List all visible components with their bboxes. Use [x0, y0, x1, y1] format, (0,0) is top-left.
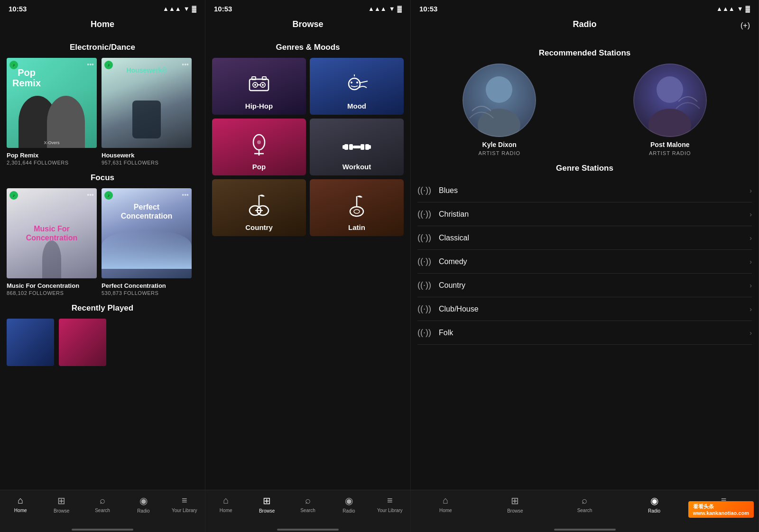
- browse-nav-radio[interactable]: ◉ Radio: [328, 495, 369, 514]
- browse-nav-home[interactable]: ⌂ Home: [205, 495, 246, 513]
- spotify-dot-pc: [104, 191, 113, 200]
- station-comedy-name: Comedy: [439, 257, 750, 266]
- kyle-dixon-name: Kyle Dixon: [482, 141, 517, 148]
- radio-nav-browse[interactable]: ⊞ Browse: [481, 495, 550, 514]
- genre-mood[interactable]: Mood: [310, 58, 404, 115]
- recommended-grid: Kyle Dixon ARTIST RADIO Po: [411, 64, 759, 156]
- genre-stations-list: ((·)) Blues › ((·)) Christian › ((·)) Cl…: [411, 179, 759, 345]
- focus-heading: Focus: [0, 165, 205, 188]
- kyle-dixon-avatar: [463, 64, 536, 137]
- radio-wave-classical: ((·)): [417, 233, 431, 243]
- housewerk-image: ••• Housewerk®: [102, 58, 192, 148]
- station-folk[interactable]: ((·)) Folk ›: [417, 321, 752, 345]
- nav-home[interactable]: ⌂ Home: [0, 495, 41, 513]
- genres-grid: Hip-Hop Mood: [205, 58, 410, 236]
- station-country[interactable]: ((·)) Country ›: [417, 274, 752, 297]
- chevron-christian: ›: [750, 211, 752, 218]
- svg-point-32: [354, 210, 360, 213]
- radio-wave-comedy: ((·)): [417, 257, 431, 266]
- card-options-popremix[interactable]: •••: [87, 61, 94, 68]
- workout-icon: [342, 136, 371, 158]
- mfc-name: Music For Concentration: [7, 282, 97, 289]
- svg-point-4: [254, 84, 256, 86]
- watermark: 看看头条 www.kankanotiao.com: [688, 501, 754, 518]
- radio-nav-label: Radio: [137, 508, 149, 514]
- browse-nav-label: Browse: [54, 508, 69, 514]
- radio-nav-home[interactable]: ⌂ Home: [411, 495, 481, 513]
- svg-rect-21: [368, 145, 371, 149]
- genre-pop[interactable]: Pop: [212, 119, 306, 175]
- genre-latin[interactable]: Latin: [310, 179, 404, 236]
- radio-browse-icon: ⊞: [511, 495, 519, 506]
- home-panel: 10:53 ▲▲▲ ▼ ▓ Home Electronic/Dance ••• …: [0, 0, 205, 532]
- genre-hiphop[interactable]: Hip-Hop: [212, 58, 306, 115]
- chevron-folk: ›: [750, 329, 752, 337]
- card-options-pc[interactable]: •••: [182, 191, 189, 199]
- radio-content: Recommended Stations: [411, 41, 759, 490]
- station-classical-name: Classical: [439, 234, 750, 242]
- pop-remix-card[interactable]: ••• PopRemix X-Overs Pop Remix 2,301,644…: [7, 58, 97, 165]
- nav-library[interactable]: ≡ Your Library: [164, 495, 205, 513]
- status-time-radio: 10:53: [419, 5, 437, 13]
- browse-nav-browse[interactable]: ⊞ Browse: [246, 495, 287, 514]
- browse-nav-library[interactable]: ≡ Your Library: [370, 495, 410, 513]
- kyle-dixon-ring: [463, 64, 536, 137]
- browse-home-icon: ⌂: [223, 495, 229, 506]
- home-nav-icon: ⌂: [18, 495, 23, 506]
- genre-country[interactable]: Country: [212, 179, 306, 236]
- recent-thumb-2[interactable]: [59, 319, 106, 366]
- add-station-icon[interactable]: (+): [740, 21, 750, 30]
- search-nav-icon: ⌕: [100, 495, 105, 506]
- svg-rect-22: [349, 144, 353, 150]
- kyle-dixon-radio-label: ARTIST RADIO: [478, 150, 520, 156]
- watermark-line2: www.kankanotiao.com: [693, 510, 749, 516]
- svg-point-6: [262, 84, 264, 86]
- housewerk-card[interactable]: ••• Housewerk® Housewerk 957,631 FOLLOWE…: [102, 58, 192, 165]
- browse-search-label: Search: [300, 508, 315, 513]
- workout-label: Workout: [342, 163, 371, 171]
- housewerk-text: Housewerk®: [126, 66, 167, 74]
- station-comedy[interactable]: ((·)) Comedy ›: [417, 250, 752, 274]
- latin-label: Latin: [348, 223, 365, 231]
- nav-radio[interactable]: ◉ Radio: [123, 495, 164, 514]
- mood-label: Mood: [347, 102, 366, 110]
- status-bar-browse: 10:53 ▲▲▲ ▼ ▓: [205, 0, 410, 16]
- station-classical[interactable]: ((·)) Classical ›: [417, 226, 752, 250]
- radio-nav-search[interactable]: ⌕ Search: [550, 495, 620, 513]
- status-icons-radio: ▲▲▲ ▼ ▓: [716, 5, 750, 12]
- radio-wave-blues: ((·)): [417, 185, 431, 195]
- station-christian[interactable]: ((·)) Christian ›: [417, 202, 752, 226]
- pop-remix-followers: 2,301,644 FOLLOWERS: [7, 160, 97, 165]
- station-blues[interactable]: ((·)) Blues ›: [417, 179, 752, 202]
- card-options-housewerk[interactable]: •••: [182, 61, 189, 68]
- home-indicator-radio: [411, 529, 759, 532]
- station-blues-name: Blues: [439, 186, 750, 195]
- post-malone-ring: [633, 64, 707, 137]
- nav-search[interactable]: ⌕ Search: [82, 495, 123, 513]
- radio-wave-country: ((·)): [417, 280, 431, 290]
- recent-thumb-1[interactable]: [7, 319, 54, 366]
- pc-card[interactable]: ••• PerfectConcentration Perfect Concent…: [102, 188, 192, 296]
- radio-nav-radio[interactable]: ◉ Radio: [620, 495, 689, 514]
- mfc-followers: 868,102 FOLLOWERS: [7, 290, 97, 296]
- browse-library-icon: ≡: [387, 495, 393, 506]
- nav-browse[interactable]: ⊞ Browse: [41, 495, 82, 514]
- station-clubhouse[interactable]: ((·)) Club/House ›: [417, 297, 752, 321]
- pc-text: PerfectConcentration: [121, 202, 172, 220]
- spotify-dot-mfc: [9, 191, 18, 200]
- housewerk-followers: 957,631 FOLLOWERS: [102, 160, 192, 165]
- mfc-bg: ••• Music ForConcentration: [7, 188, 97, 278]
- pc-followers: 530,873 FOLLOWERS: [102, 290, 192, 296]
- genre-workout[interactable]: Workout: [310, 119, 404, 175]
- pc-bg: ••• PerfectConcentration: [102, 188, 192, 278]
- card-options-mfc[interactable]: •••: [87, 191, 94, 199]
- svg-rect-1: [252, 77, 256, 80]
- country-label: Country: [245, 223, 273, 231]
- kyle-dixon-card[interactable]: Kyle Dixon ARTIST RADIO: [417, 64, 582, 156]
- recently-played-heading: Recently Played: [0, 296, 205, 319]
- mfc-card[interactable]: ••• Music ForConcentration Music For Con…: [7, 188, 97, 296]
- browse-nav-search[interactable]: ⌕ Search: [287, 495, 328, 513]
- station-clubhouse-name: Club/House: [439, 305, 750, 313]
- svg-rect-24: [353, 146, 361, 148]
- post-malone-card[interactable]: Post Malone ARTIST RADIO: [588, 64, 752, 156]
